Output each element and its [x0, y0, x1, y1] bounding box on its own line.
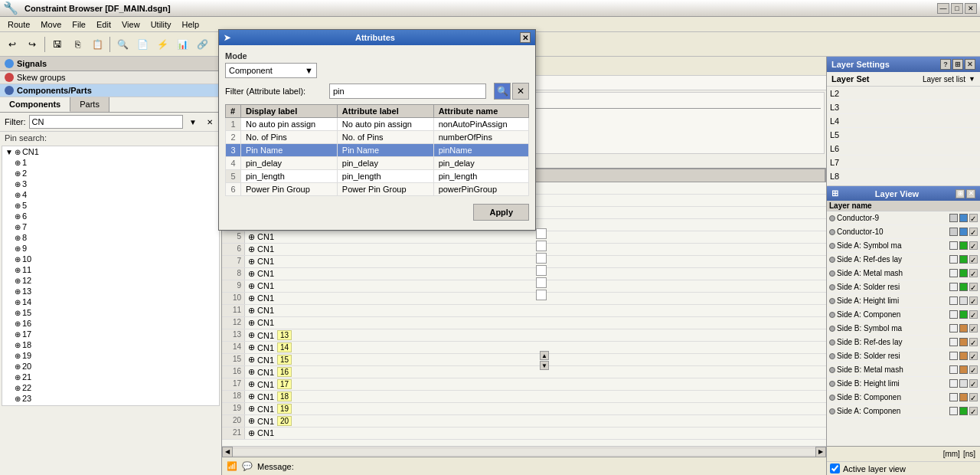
lv-color-box[interactable]	[949, 241, 958, 250]
lv-check[interactable]: ✓	[969, 214, 978, 222]
lv-color2-box[interactable]	[959, 365, 968, 374]
tree-pin-17[interactable]: ⊕17	[11, 329, 219, 339]
layer-item-l6[interactable]: L6	[827, 142, 980, 156]
toolbar-btn-7[interactable]: 📄	[133, 35, 152, 54]
toolbar-btn-1[interactable]: ↩	[3, 35, 21, 54]
toolbar-btn-8[interactable]: ⚡	[153, 35, 172, 54]
lv-check[interactable]: ✓	[969, 296, 978, 305]
filter-search-btn[interactable]: 🔍	[494, 83, 511, 100]
menu-utility[interactable]: Utility	[146, 18, 176, 31]
filter-btn-1[interactable]: ▼	[186, 115, 200, 129]
tree-pin-1[interactable]: ⊕1	[11, 157, 219, 168]
layer-item-l3[interactable]: L3	[827, 100, 980, 114]
toolbar-btn-3[interactable]: 🖫	[48, 35, 67, 54]
attr-row-5[interactable]: 5 pin_length pin_length pin_length	[226, 170, 529, 183]
lv-color2-box[interactable]	[959, 393, 968, 401]
tree-pin-18[interactable]: ⊕18	[11, 339, 219, 350]
tree-pin-22[interactable]: ⊕22	[11, 382, 219, 393]
lv-color2-box[interactable]	[959, 255, 968, 264]
lv-check[interactable]: ✓	[969, 407, 978, 415]
lv-color-box[interactable]	[949, 379, 958, 388]
lv-color2-box[interactable]	[959, 214, 968, 222]
lv-color2-box[interactable]	[959, 352, 968, 360]
lv-check[interactable]: ✓	[969, 269, 978, 277]
lv-check[interactable]: ✓	[969, 241, 978, 250]
lv-check[interactable]: ✓	[969, 379, 978, 388]
tree-pin-9[interactable]: ⊕9	[11, 243, 219, 254]
menu-move[interactable]: Move	[36, 18, 66, 31]
tree-pin-6[interactable]: ⊕6	[11, 211, 219, 221]
attr-row-2[interactable]: 2 No. of Pins No. of Pins numberOfPins	[226, 131, 529, 144]
lv-color-box[interactable]	[949, 228, 958, 236]
layer-set-dropdown-arrow[interactable]: ▼	[969, 75, 975, 83]
tree-pin-3[interactable]: ⊕3	[11, 179, 219, 189]
lv-check[interactable]: ✓	[969, 393, 978, 401]
tree-pin-13[interactable]: ⊕13	[11, 286, 219, 296]
lv-color2-box[interactable]	[959, 296, 968, 305]
lv-color-box[interactable]	[949, 296, 958, 305]
menu-file[interactable]: File	[67, 18, 90, 31]
lv-color2-box[interactable]	[959, 324, 968, 332]
tree-pin-11[interactable]: ⊕11	[11, 264, 219, 275]
lv-color2-box[interactable]	[959, 283, 968, 291]
tree-pin-19[interactable]: ⊕19	[11, 350, 219, 361]
tree-pin-10[interactable]: ⊕10	[11, 254, 219, 264]
filter-clear-btn[interactable]: ✕	[512, 83, 529, 100]
layer-item-l4[interactable]: L4	[827, 114, 980, 128]
layer-item-l7[interactable]: L7	[827, 156, 980, 169]
tree-pin-14[interactable]: ⊕14	[11, 296, 219, 307]
maximize-button[interactable]: □	[951, 3, 963, 14]
menu-edit[interactable]: Edit	[92, 18, 116, 31]
menu-route[interactable]: Route	[3, 18, 34, 31]
menu-help[interactable]: Help	[178, 18, 204, 31]
tree-area[interactable]: ▼ ⊕ CN1 ⊕1 ⊕2 ⊕3 ⊕4 ⊕5 ⊕6 ⊕7 ⊕8 ⊕9 ⊕10 ⊕…	[2, 146, 220, 406]
lv-color2-box[interactable]	[959, 269, 968, 277]
h-scrollbar[interactable]: ◀ ▶	[222, 446, 826, 457]
lv-color-box[interactable]	[949, 310, 958, 319]
toolbar-btn-10[interactable]: 🔗	[193, 35, 211, 54]
lv-color2-box[interactable]	[959, 407, 968, 415]
active-layer-checkbox[interactable]	[830, 464, 840, 473]
tree-pin-15[interactable]: ⊕15	[11, 307, 219, 318]
lv-color-box[interactable]	[949, 352, 958, 360]
close-icon[interactable]: ✕	[965, 59, 975, 70]
tree-pin-20[interactable]: ⊕20	[11, 361, 219, 372]
apply-button[interactable]: Apply	[473, 204, 529, 221]
lv-color-box[interactable]	[949, 214, 958, 222]
tab-components[interactable]: Components	[0, 97, 70, 112]
lv-color2-box[interactable]	[959, 241, 968, 250]
attr-row-4[interactable]: 4 pin_delay pin_delay pin_delay	[226, 157, 529, 170]
lv-color-box[interactable]	[949, 407, 958, 415]
lv-color-box[interactable]	[949, 324, 958, 332]
lv-color2-box[interactable]	[959, 379, 968, 388]
lv-color-box[interactable]	[949, 255, 958, 264]
scroll-left-btn[interactable]: ◀	[222, 447, 233, 457]
filter-input[interactable]	[29, 115, 184, 129]
lv-color2-box[interactable]	[959, 338, 968, 346]
toolbar-btn-5[interactable]: 📋	[88, 35, 106, 54]
scroll-right-btn[interactable]: ▶	[815, 447, 826, 457]
lv-float-icon[interactable]: ⊞	[956, 189, 965, 198]
toolbar-btn-6[interactable]: 🔍	[113, 35, 132, 54]
help-icon[interactable]: ?	[940, 59, 951, 70]
lv-color2-box[interactable]	[959, 228, 968, 236]
lv-check[interactable]: ✓	[969, 365, 978, 374]
tree-pin-4[interactable]: ⊕4	[11, 189, 219, 200]
tree-pin-21[interactable]: ⊕21	[11, 372, 219, 382]
tree-pin-5[interactable]: ⊕5	[11, 200, 219, 211]
lv-check[interactable]: ✓	[969, 255, 978, 264]
tree-pin-12[interactable]: ⊕12	[11, 275, 219, 286]
tree-pin-7[interactable]: ⊕7	[11, 221, 219, 232]
toolbar-btn-9[interactable]: 📊	[173, 35, 191, 54]
attr-row-3[interactable]: 3 Pin Name Pin Name pinName	[226, 144, 529, 157]
layer-item-l8[interactable]: L8	[827, 169, 980, 183]
tab-parts[interactable]: Parts	[70, 97, 109, 112]
float-icon[interactable]: ⊞	[952, 59, 963, 70]
lv-check[interactable]: ✓	[969, 228, 978, 236]
dialog-close-button[interactable]: ✕	[520, 32, 531, 43]
layer-item-l5[interactable]: L5	[827, 128, 980, 142]
lv-color-box[interactable]	[949, 269, 958, 277]
lv-color-box[interactable]	[949, 393, 958, 401]
filter-btn-2[interactable]: ✕	[203, 115, 217, 129]
menu-view[interactable]: View	[117, 18, 145, 31]
